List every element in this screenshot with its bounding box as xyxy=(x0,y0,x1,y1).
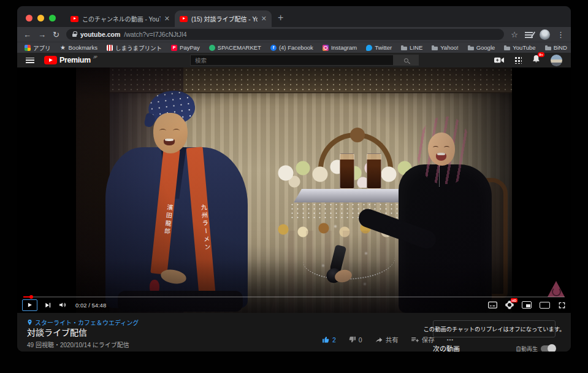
play-button[interactable] xyxy=(22,299,37,311)
next-button[interactable] xyxy=(44,302,52,309)
dislike-count: 0 xyxy=(359,336,362,344)
bookmark-label: Yahoo! xyxy=(440,44,458,51)
create-video-icon[interactable] xyxy=(494,56,504,64)
url-domain: youtube.com xyxy=(80,31,120,38)
time-display: 0:02 / 54:48 xyxy=(75,302,106,309)
share-label: 共有 xyxy=(386,335,399,344)
subtitles-button[interactable] xyxy=(488,301,497,309)
volume-button[interactable] xyxy=(58,301,67,309)
video-title: 対談ライブ配信 xyxy=(27,326,87,338)
save-button[interactable]: 保存 xyxy=(411,335,435,344)
bookmark-paypay[interactable]: PPayPay xyxy=(171,44,200,51)
url-bar[interactable]: youtube.com/watch?v=I7J6cNJtJI4 xyxy=(66,29,504,40)
close-window-button[interactable] xyxy=(26,15,32,21)
play-icon xyxy=(27,302,32,308)
share-button[interactable]: 共有 xyxy=(375,335,399,344)
reading-list-icon[interactable] xyxy=(525,31,533,38)
bookmark-label: Bookmarks xyxy=(69,44,98,51)
browser-menu-icon[interactable]: ⋮ xyxy=(557,31,565,39)
bookmark-folder-line[interactable]: LINE xyxy=(401,44,422,51)
tab-strip: このチャンネルの動画 - YouTube ✕ (15) 対談ライブ配信 - Yo… xyxy=(17,6,571,27)
bookmark-label: BiND xyxy=(554,44,567,51)
bookmark-twitter[interactable]: Twitter xyxy=(366,44,392,51)
gear-icon xyxy=(506,302,513,308)
bookmark-folder-youtube[interactable]: YouTube xyxy=(504,44,535,51)
bookmark-spacemarket[interactable]: SPACEMARKET xyxy=(209,44,261,51)
search-input[interactable] xyxy=(190,55,393,66)
bookmark-label: Google xyxy=(476,44,495,51)
instagram-icon xyxy=(323,45,329,51)
url-path: /watch?v=I7J6cNJtJI4 xyxy=(124,31,186,38)
bookmark-facebook[interactable]: f(4) Facebook xyxy=(270,44,313,51)
bookmark-folder-bind[interactable]: BiND xyxy=(545,44,567,51)
apps-grid-icon xyxy=(25,45,31,51)
theater-mode-button[interactable] xyxy=(540,302,550,309)
browser-profile-avatar[interactable] xyxy=(540,29,550,40)
close-icon[interactable]: ✕ xyxy=(261,15,267,23)
hamburger-menu-icon[interactable] xyxy=(26,58,34,64)
like-count: 2 xyxy=(332,336,336,344)
screen: このチャンネルの動画 - YouTube ✕ (15) 対談ライブ配信 - Yo… xyxy=(0,0,588,373)
channel-watermark[interactable] xyxy=(548,281,565,297)
back-button[interactable]: ← xyxy=(23,31,31,39)
bookmark-shimauma[interactable]: しまうまプリント xyxy=(107,44,162,52)
bookmark-instagram[interactable]: Instagram xyxy=(323,44,357,51)
youtube-play-icon xyxy=(44,56,57,64)
user-avatar[interactable] xyxy=(551,55,562,66)
zoom-window-button[interactable] xyxy=(49,15,56,21)
new-tab-button[interactable]: + xyxy=(278,12,283,23)
tab-title: このチャンネルの動画 - YouTube xyxy=(82,14,161,23)
browser-window: このチャンネルの動画 - YouTube ✕ (15) 対談ライブ配信 - Yo… xyxy=(17,6,571,352)
settings-button[interactable]: HD xyxy=(505,301,514,309)
like-button[interactable]: 2 xyxy=(322,336,336,344)
forward-button[interactable]: → xyxy=(38,31,46,39)
bookmark-label: SPACEMARKET xyxy=(218,44,261,51)
bookmark-label: LINE xyxy=(410,44,422,51)
shimauma-print-icon xyxy=(107,45,113,51)
star-icon: ★ xyxy=(60,45,66,51)
progress-bar[interactable] xyxy=(23,296,565,298)
youtube-favicon-icon xyxy=(71,16,78,22)
tab-live-stream[interactable]: (15) 対談ライブ配信 - YouTube ✕ xyxy=(175,10,272,27)
thumbs-up-icon xyxy=(322,336,330,344)
fullscreen-button[interactable] xyxy=(558,301,566,309)
bookmark-label: Instagram xyxy=(331,44,357,51)
video-meta: 49 回視聴・2020/10/14 にライブ配信 xyxy=(27,340,129,349)
bookmarks-bar: アプリ ★Bookmarks しまうまプリント PPayPay SPACEMAR… xyxy=(17,42,571,53)
region-code: JP xyxy=(93,55,97,59)
folder-icon xyxy=(432,45,438,51)
premium-wordmark: Premium xyxy=(59,56,91,64)
minimize-window-button[interactable] xyxy=(37,15,44,21)
more-actions-button[interactable]: ••• xyxy=(447,337,454,342)
bookmark-star-icon[interactable]: ☆ xyxy=(511,31,518,39)
folder-icon xyxy=(468,45,474,51)
search-button[interactable] xyxy=(393,55,419,66)
notifications-button[interactable]: 9+ xyxy=(532,55,540,66)
folder-icon xyxy=(545,45,551,51)
reload-button[interactable]: ↻ xyxy=(53,31,59,39)
bookmark-folder-google[interactable]: Google xyxy=(468,44,495,51)
video-frame: 濱田龍郎 九州ラーメン xyxy=(76,67,512,313)
bookmark-folder-yahoo[interactable]: Yahoo! xyxy=(432,44,458,51)
bookmark-label: Twitter xyxy=(375,44,392,51)
miniplayer-button[interactable] xyxy=(522,301,532,309)
paypay-icon: P xyxy=(171,45,177,51)
next-video-row: 次の動画 自動再生 xyxy=(433,344,556,352)
search-area xyxy=(190,55,419,66)
bookmark-label: (4) Facebook xyxy=(279,44,313,51)
bookmark-bookmarks[interactable]: ★Bookmarks xyxy=(60,44,98,51)
video-player[interactable]: 濱田龍郎 九州ラーメン xyxy=(17,67,571,313)
search-icon xyxy=(404,58,408,63)
bookmark-apps[interactable]: アプリ xyxy=(25,44,51,52)
player-controls: 0:02 / 54:48 HD xyxy=(22,298,566,312)
autoplay-toggle[interactable] xyxy=(541,345,556,352)
apps-grid-icon[interactable] xyxy=(514,56,522,64)
dislike-button[interactable]: 0 xyxy=(348,336,362,344)
chat-replay-notice: この動画のチャットのリプレイはオフになっています。 xyxy=(433,320,556,337)
tab-title: (15) 対談ライブ配信 - YouTube xyxy=(191,14,258,23)
youtube-premium-logo[interactable]: Premium JP xyxy=(44,56,97,64)
twitter-icon xyxy=(366,45,372,51)
bookmark-label: PayPay xyxy=(180,44,200,51)
tab-channel-videos[interactable]: このチャンネルの動画 - YouTube ✕ xyxy=(66,10,175,27)
close-icon[interactable]: ✕ xyxy=(164,15,170,23)
